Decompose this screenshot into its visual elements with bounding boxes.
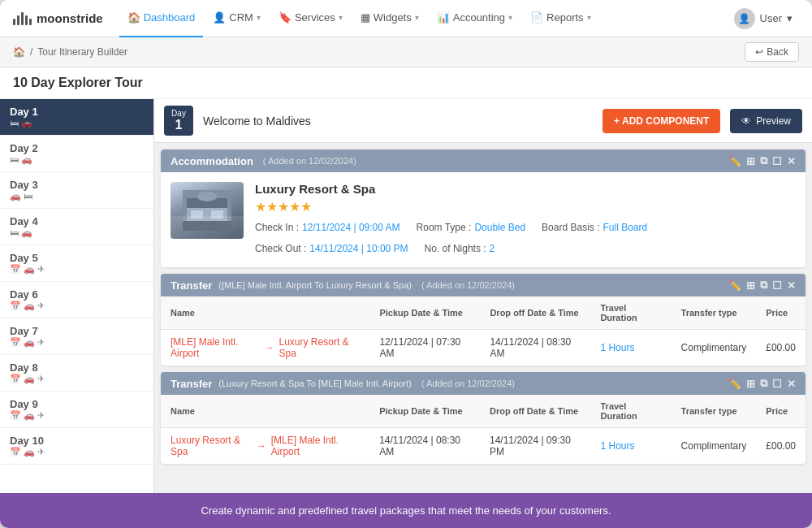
col-pickup: Pickup Date & Time bbox=[369, 296, 480, 330]
sidebar-item-day2[interactable]: Day 2 🛏 🚗 bbox=[0, 136, 153, 172]
transfer2-card: Transfer (Luxury Resort & Spa To [MLE] M… bbox=[161, 372, 806, 464]
route-from: [MLE] Male Intl. Airport bbox=[171, 336, 260, 359]
transfer2-header: Transfer (Luxury Resort & Spa To [MLE] M… bbox=[161, 372, 806, 395]
transfer1-price: £00.00 bbox=[756, 330, 806, 366]
eye-icon: 👁 bbox=[741, 115, 751, 127]
transfer2-body: Name Pickup Date & Time Drop off Date & … bbox=[161, 395, 806, 464]
nav-widgets[interactable]: ▦ Widgets ▾ bbox=[352, 0, 427, 37]
grid-icon[interactable]: ⊞ bbox=[746, 279, 755, 292]
transfer2-duration: 1 Hours bbox=[590, 428, 671, 465]
preview-button[interactable]: 👁 Preview bbox=[730, 109, 802, 133]
transfer2-actions: ✏️ ⊞ ⧉ ☐ ✕ bbox=[728, 377, 796, 390]
home-breadcrumb-icon[interactable]: 🏠 bbox=[13, 46, 25, 58]
edit-icon[interactable]: ✏️ bbox=[728, 378, 741, 390]
nav-services[interactable]: 🔖 Services ▾ bbox=[270, 0, 351, 37]
transfer1-route: [MLE] Male Intl. Airport → Luxury Resort… bbox=[161, 330, 369, 366]
preview-label: Preview bbox=[756, 115, 791, 127]
crm-icon: 👤 bbox=[213, 11, 226, 24]
square-icon[interactable]: ☐ bbox=[772, 378, 782, 390]
edit-icon[interactable]: ✏️ bbox=[728, 155, 741, 167]
route-to: [MLE] Male Intl. Airport bbox=[271, 435, 360, 457]
col-duration: Travel Duration bbox=[590, 296, 671, 330]
route-arrow-icon: → bbox=[265, 342, 274, 353]
transfer1-dropoff: 14/11/2024 | 08:30 AM bbox=[480, 330, 590, 366]
transfer1-body: Name Pickup Date & Time Drop off Date & … bbox=[161, 296, 806, 366]
transfer1-title: Transfer bbox=[171, 279, 212, 292]
sidebar-item-day7[interactable]: Day 7 📅 🚗 ✈ bbox=[0, 318, 153, 355]
user-caret-icon: ▾ bbox=[787, 12, 793, 24]
sidebar-item-day6[interactable]: Day 6 📅 🚗 ✈ bbox=[0, 282, 153, 318]
main-content: 10 Day Explorer Tour Day 1 🛏 🚗 Day 2 🛏 🚗 bbox=[0, 67, 812, 493]
sidebar-item-day4[interactable]: Day 4 🛏 🚗 bbox=[0, 209, 153, 245]
nav-right: 👤 User ▾ bbox=[728, 5, 799, 32]
close-icon[interactable]: ✕ bbox=[787, 378, 796, 390]
breadcrumb-path: Tour Itinerary Builder bbox=[37, 46, 127, 58]
accommodation-body: Luxury Resort & Spa ★★★★★ Check In : 12/… bbox=[161, 172, 806, 267]
col-price: Price bbox=[756, 296, 806, 330]
transfer2-title: Transfer bbox=[171, 378, 212, 390]
checkout-label: Check Out : bbox=[255, 240, 306, 258]
nav-widgets-label: Widgets bbox=[374, 11, 412, 24]
copy-icon[interactable]: ⧉ bbox=[760, 154, 767, 167]
nav-dashboard[interactable]: 🏠 Dashboard bbox=[119, 0, 204, 37]
widgets-caret-icon: ▾ bbox=[415, 13, 419, 22]
nights-value: 2 bbox=[490, 240, 495, 258]
sidebar-item-day5[interactable]: Day 5 📅 🚗 ✈ bbox=[0, 245, 153, 282]
navbar: moonstride 🏠 Dashboard 👤 CRM ▾ 🔖 Service… bbox=[0, 0, 812, 37]
col-dropoff: Drop off Date & Time bbox=[480, 296, 590, 330]
transfer2-table: Name Pickup Date & Time Drop off Date & … bbox=[161, 395, 806, 464]
footer-message: Create dynamic and predefined travel pac… bbox=[201, 504, 611, 517]
hotel-details: Check In : 12/11/2024 | 09:00 AM Room Ty… bbox=[255, 219, 796, 258]
nav-accounting[interactable]: 📊 Accounting ▾ bbox=[429, 0, 520, 37]
sidebar-item-day10[interactable]: Day 10 📅 🚗 ✈ bbox=[0, 428, 153, 465]
square-icon[interactable]: ☐ bbox=[772, 155, 782, 167]
edit-icon[interactable]: ✏️ bbox=[728, 279, 741, 292]
col-transfertype: Transfer type bbox=[672, 395, 757, 428]
checkout-value: 14/11/2024 | 10:00 PM bbox=[309, 240, 408, 258]
close-icon[interactable]: ✕ bbox=[787, 155, 796, 167]
sidebar-item-day8[interactable]: Day 8 📅 🚗 ✈ bbox=[0, 355, 153, 392]
grid-icon[interactable]: ⊞ bbox=[746, 378, 755, 390]
table-row: Luxury Resort & Spa → [MLE] Male Intl. A… bbox=[161, 428, 806, 465]
breadcrumb: 🏠 / Tour Itinerary Builder ↩ Back bbox=[0, 37, 812, 67]
accommodation-actions: ✏️ ⊞ ⧉ ☐ ✕ bbox=[728, 154, 796, 167]
logo-text: moonstride bbox=[37, 11, 103, 25]
user-menu[interactable]: 👤 User ▾ bbox=[728, 5, 799, 32]
svg-rect-6 bbox=[183, 221, 231, 231]
col-duration: Travel Duration bbox=[590, 395, 671, 428]
day-num: 1 bbox=[171, 118, 187, 132]
transfer2-price: £00.00 bbox=[756, 428, 806, 465]
transfer1-header: Transfer ([MLE] Male Intl. Airport To Lu… bbox=[161, 274, 806, 296]
roomtype-value: Double Bed bbox=[474, 219, 525, 237]
svg-point-5 bbox=[197, 192, 217, 201]
square-icon[interactable]: ☐ bbox=[772, 279, 782, 292]
nav-services-label: Services bbox=[295, 11, 335, 24]
footer-banner: Create dynamic and predefined travel pac… bbox=[0, 493, 812, 528]
transfer1-pickup: 12/11/2024 | 07:30 AM bbox=[369, 330, 480, 366]
close-icon[interactable]: ✕ bbox=[787, 279, 796, 292]
col-price: Price bbox=[756, 395, 806, 428]
nav-reports[interactable]: 📄 Reports ▾ bbox=[522, 0, 599, 37]
reports-icon: 📄 bbox=[530, 11, 543, 24]
sidebar-item-day1[interactable]: Day 1 🛏 🚗 bbox=[0, 99, 153, 136]
scroll-area: Accommodation ( Added on 12/02/2024) ✏️ … bbox=[154, 143, 812, 493]
grid-icon[interactable]: ⊞ bbox=[746, 155, 755, 167]
sidebar-item-day3[interactable]: Day 3 🚗 🛏 bbox=[0, 172, 153, 209]
copy-icon[interactable]: ⧉ bbox=[760, 377, 767, 390]
accounting-icon: 📊 bbox=[437, 11, 450, 24]
add-component-button[interactable]: + ADD COMPONENT bbox=[603, 109, 720, 133]
route-arrow-icon: → bbox=[257, 440, 266, 452]
sidebar-item-day9[interactable]: Day 9 📅 🚗 ✈ bbox=[0, 392, 153, 428]
board-value: Full Board bbox=[603, 219, 647, 237]
page-title: 10 Day Explorer Tour bbox=[0, 67, 812, 99]
main-panel: Day 1 Welcome to Maldives + ADD COMPONEN… bbox=[154, 99, 812, 493]
svg-rect-3 bbox=[211, 210, 223, 219]
nav-crm[interactable]: 👤 CRM ▾ bbox=[205, 0, 269, 37]
back-button[interactable]: ↩ Back bbox=[745, 42, 799, 62]
reports-caret-icon: ▾ bbox=[587, 13, 591, 22]
transfer2-sub: (Luxury Resort & Spa To [MLE] Male Intl.… bbox=[218, 379, 412, 388]
transfer1-added: ( Added on 12/02/2024) bbox=[421, 280, 515, 290]
nav-dashboard-label: Dashboard bbox=[144, 11, 196, 24]
copy-icon[interactable]: ⧉ bbox=[760, 279, 767, 292]
app-window: moonstride 🏠 Dashboard 👤 CRM ▾ 🔖 Service… bbox=[0, 0, 812, 528]
